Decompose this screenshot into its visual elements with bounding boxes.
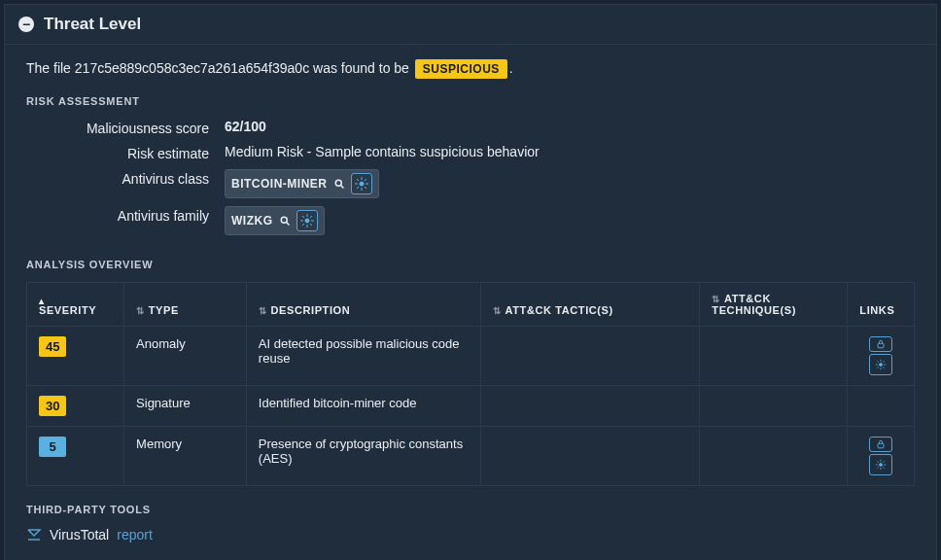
sort-icon: ⇅ (136, 305, 145, 316)
svg-line-12 (286, 223, 289, 226)
cell-severity: 30 (27, 386, 124, 427)
svg-line-29 (883, 367, 885, 368)
svg-line-19 (310, 224, 312, 226)
svg-rect-32 (878, 443, 884, 448)
header-severity[interactable]: ▴ SEVERITY (27, 283, 124, 327)
svg-line-8 (365, 187, 366, 189)
thirdparty-section-label: THIRD-PARTY TOOLS (26, 504, 915, 515)
panel-body: The file 217c5e889c058c3ec7a261a654f39a0… (5, 45, 936, 560)
virustotal-icon (26, 527, 42, 542)
cell-techniques (700, 327, 848, 386)
cell-description: AI detected possible malicious code reus… (246, 327, 480, 386)
svg-line-40 (877, 467, 879, 469)
overview-table-wrap: ▴ SEVERITY ⇅TYPE ⇅DESCRIPTION ⇅ATT&CK TA… (26, 282, 915, 486)
burst-icon[interactable] (296, 210, 318, 231)
header-description-text: DESCRIPTION (270, 304, 350, 316)
svg-rect-22 (878, 343, 884, 348)
cell-links (848, 327, 914, 386)
search-icon[interactable] (333, 178, 345, 190)
header-techniques[interactable]: ⇅ATT&CK TECHNIQUE(S) (700, 283, 848, 327)
cell-severity: 45 (27, 327, 124, 386)
cell-tactics (480, 386, 699, 427)
cell-severity: 5 (27, 427, 124, 486)
avfamily-value: WIZKG (225, 206, 915, 235)
header-techniques-text: ATT&CK TECHNIQUE(S) (712, 293, 796, 316)
svg-point-33 (880, 464, 883, 467)
severity-badge: 5 (39, 437, 66, 457)
summary-prefix: The file (26, 60, 75, 76)
header-description[interactable]: ⇅DESCRIPTION (246, 283, 480, 327)
sort-icon: ⇅ (712, 294, 720, 304)
cell-links (848, 386, 914, 427)
svg-point-2 (360, 182, 364, 186)
avfamily-chip-text: WIZKG (231, 214, 273, 228)
svg-point-11 (281, 217, 287, 223)
avclass-label: Antivirus class (34, 169, 209, 198)
cell-type: Signature (124, 386, 247, 427)
search-icon[interactable] (279, 215, 291, 227)
cell-type: Anomaly (124, 327, 247, 386)
panel-title: Threat Level (44, 15, 141, 34)
summary-line: The file 217c5e889c058c3ec7a261a654f39a0… (26, 60, 915, 76)
table-row: 30SignatureIdentified bitcoin-miner code (27, 386, 914, 427)
third-party-row: VirusTotal report (26, 527, 915, 542)
header-tactics-text: ATT&CK TACTIC(S) (505, 304, 613, 316)
avfamily-label: Antivirus family (34, 206, 209, 235)
report-link[interactable]: report (117, 527, 153, 542)
sort-icon: ⇅ (493, 305, 502, 316)
cell-tactics (480, 427, 699, 486)
link-lock-icon[interactable] (869, 437, 892, 452)
panel-header[interactable]: − Threat Level (5, 5, 936, 45)
svg-line-41 (883, 461, 885, 463)
risk-section-label: RISK ASSESSMENT (26, 95, 915, 107)
svg-line-30 (877, 367, 879, 368)
svg-line-7 (357, 179, 359, 181)
header-type[interactable]: ⇅TYPE (124, 283, 247, 327)
svg-point-23 (880, 364, 883, 367)
overview-section-label: ANALYSIS OVERVIEW (26, 259, 915, 270)
svg-line-21 (310, 216, 312, 218)
svg-line-20 (302, 224, 304, 226)
header-severity-text: SEVERITY (39, 304, 96, 316)
score-label: Maliciousness score (34, 119, 209, 136)
svg-line-18 (302, 216, 304, 218)
third-party-tool: VirusTotal (50, 527, 109, 542)
collapse-icon[interactable]: − (18, 17, 34, 32)
overview-table: ▴ SEVERITY ⇅TYPE ⇅DESCRIPTION ⇅ATT&CK TA… (27, 283, 914, 485)
severity-badge: 45 (39, 336, 66, 357)
svg-point-0 (335, 180, 341, 186)
links-stack (869, 336, 892, 375)
table-row: 5MemoryPresence of cryptographic constan… (27, 427, 914, 486)
avfamily-chip[interactable]: WIZKG (225, 206, 325, 235)
cell-tactics (480, 327, 699, 386)
avclass-chip-text: BITCOIN-MINER (231, 177, 328, 191)
avclass-chip[interactable]: BITCOIN-MINER (225, 169, 379, 198)
link-burst-icon[interactable] (869, 454, 892, 475)
severity-badge: 30 (39, 396, 66, 416)
svg-line-39 (883, 467, 885, 469)
svg-line-38 (877, 461, 879, 463)
svg-line-10 (365, 179, 366, 181)
sort-icon: ⇅ (259, 305, 267, 316)
burst-icon[interactable] (351, 173, 372, 194)
header-links-text: LINKS (859, 304, 894, 316)
svg-point-13 (305, 219, 309, 223)
cell-techniques (700, 386, 848, 427)
score-value: 62/100 (225, 119, 915, 136)
estimate-label: Risk estimate (34, 144, 209, 161)
estimate-value: Medium Risk - Sample contains suspicious… (225, 144, 915, 161)
cell-description: Identified bitcoin-miner code (246, 386, 480, 427)
risk-grid: Maliciousness score 62/100 Risk estimate… (34, 119, 915, 235)
threat-level-panel: − Threat Level The file 217c5e889c058c3e… (4, 4, 937, 560)
summary-suffix: . (509, 60, 513, 76)
cell-techniques (700, 427, 848, 486)
cell-description: Presence of cryptographic constants (AES… (246, 427, 480, 486)
link-burst-icon[interactable] (869, 354, 892, 375)
svg-line-31 (883, 361, 885, 363)
table-row: 45AnomalyAI detected possible malicious … (27, 327, 914, 386)
svg-line-28 (877, 361, 879, 363)
file-hash: 217c5e889c058c3ec7a261a654f39a0c (75, 60, 309, 76)
link-lock-icon[interactable] (869, 336, 892, 352)
avclass-value: BITCOIN-MINER (225, 169, 915, 198)
header-tactics[interactable]: ⇅ATT&CK TACTIC(S) (480, 283, 699, 327)
